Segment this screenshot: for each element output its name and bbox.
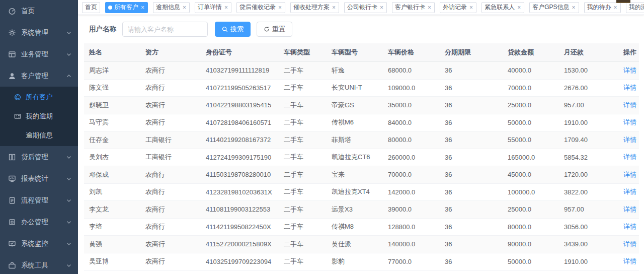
close-icon[interactable]: × (182, 5, 187, 11)
cell-vehicle-price: 128800.0 (383, 218, 440, 236)
tab-collection-records[interactable]: 贷后催收记录× (236, 2, 285, 13)
cell-name: 马守宾 (84, 114, 140, 131)
tab-company-bankcard[interactable]: 公司银行卡× (344, 2, 387, 13)
cell-vehicle-model: 凯迪拉克XT4 (327, 183, 383, 201)
detail-link[interactable]: 详情 (623, 240, 636, 248)
detail-link[interactable]: 详情 (623, 188, 636, 195)
tab-label: 贷后催收记录 (239, 3, 276, 12)
close-icon[interactable]: × (224, 5, 228, 11)
detail-link[interactable]: 详情 (623, 118, 636, 126)
close-icon[interactable]: × (278, 5, 282, 11)
cell-installments: 36 (440, 114, 503, 131)
close-icon[interactable]: × (140, 5, 145, 11)
cell-installments: 36 (440, 97, 503, 114)
sidebar-item-postloan-mgmt[interactable]: 贷后管理 (0, 146, 78, 168)
detail-link[interactable]: 详情 (623, 136, 636, 144)
tab-my-todo[interactable]: 我的待办× (584, 2, 621, 13)
sidebar-item-system-tools[interactable]: 系统工具 (0, 254, 78, 274)
tab-order-detail[interactable]: 订单详情× (195, 2, 231, 13)
sidebar-item-all-customers[interactable]: 所有客户 (0, 88, 78, 107)
cell-id-number: 41232819810203631X (201, 183, 279, 201)
cell-id-number: 410728198406160571 (201, 114, 279, 131)
detail-link[interactable]: 详情 (623, 206, 636, 213)
sidebar-item-label: 业务管理 (21, 50, 66, 59)
detail-link[interactable]: 详情 (623, 171, 636, 178)
cell-id-number: 412724199309175190 (201, 149, 279, 166)
close-icon[interactable]: × (332, 5, 336, 11)
cell-funder: 农商行 (140, 166, 201, 184)
sidebar-item-label: 系统工具 (21, 261, 66, 270)
col-name: 姓名 (84, 43, 140, 62)
cell-funder: 农商行 (140, 236, 201, 253)
gear-icon (8, 29, 16, 37)
sidebar-item-system-monitor[interactable]: 系统监控 (0, 233, 78, 254)
cell-vehicle-price: 80000.0 (383, 131, 440, 149)
tab-overdue-info[interactable]: 逾期信息× (153, 2, 190, 13)
close-icon[interactable]: × (571, 5, 576, 11)
sidebar-item-office-mgmt[interactable]: 办公管理 (0, 211, 78, 233)
sidebar-item-business-mgmt[interactable]: 业务管理 (0, 43, 78, 65)
chevron-down-icon (66, 219, 72, 225)
col-id-number: 身份证号 (201, 43, 279, 62)
cell-vehicle-price: 84000.0 (383, 114, 440, 131)
cell-monthly-payment: 1709.40 (559, 131, 618, 149)
sidebar-item-report-stats[interactable]: 报表统计 (0, 168, 78, 189)
cell-installments: 36 (440, 201, 503, 219)
sidebar-item-customer-mgmt[interactable]: 客户管理 (0, 65, 78, 87)
cell-loan-amount: 165000.0 (503, 149, 559, 166)
cell-monthly-payment: 1720.00 (559, 166, 618, 184)
user-icon (8, 72, 16, 80)
cell-vehicle-model: 影豹 (327, 253, 383, 270)
sidebar-item-label: 办公管理 (21, 218, 66, 227)
detail-link[interactable]: 详情 (623, 153, 636, 161)
cell-vehicle-price: 109000.0 (383, 79, 440, 97)
sidebar-item-my-overdue[interactable]: 我的逾期 (0, 107, 78, 126)
tab-label: 客户银行卡 (395, 3, 425, 12)
close-icon[interactable]: × (379, 5, 384, 11)
flow-icon (8, 196, 16, 204)
sidebar-item-label: 报表统计 (21, 174, 66, 183)
sidebar-item-home[interactable]: 首页 (0, 0, 78, 22)
search-button-label: 搜索 (230, 25, 244, 34)
sidebar-item-overdue-info[interactable]: 逾期信息 (0, 126, 78, 145)
table-row: 吴亚博 农商行 410325199709223094 二手车 影豹 77000.… (84, 253, 639, 270)
detail-link[interactable]: 详情 (623, 223, 636, 230)
col-funder: 资方 (140, 43, 201, 62)
tab-all-customers[interactable]: 所有客户× (105, 2, 148, 13)
close-icon[interactable]: × (613, 5, 618, 11)
table-header: 姓名 资方 身份证号 车辆类型 车辆型号 车辆价格 分期期限 贷款金额 月还款 … (84, 43, 639, 62)
tab-collection-plan[interactable]: 催收处理方案× (290, 2, 339, 13)
reset-button[interactable]: 重置 (257, 22, 292, 37)
cell-vehicle-type: 二手车 (279, 201, 327, 219)
table-row: 赵晓卫 农商行 410422198803195415 二手车 帝豪GS 3500… (84, 97, 639, 114)
close-icon[interactable]: × (427, 5, 432, 11)
sidebar-item-label: 流程管理 (21, 196, 66, 205)
customers-table: 姓名 资方 身份证号 车辆类型 车辆型号 车辆价格 分期期限 贷款金额 月还款 … (84, 43, 639, 274)
monitor-icon (8, 240, 16, 248)
detail-link[interactable]: 详情 (623, 257, 636, 265)
detail-link[interactable]: 详情 (623, 66, 636, 74)
sidebar-item-process-mgmt[interactable]: 流程管理 (0, 189, 78, 211)
customer-mgmt-submenu: 所有客户 我的逾期 逾期信息 (0, 87, 78, 146)
cell-vehicle-type: 二手车 (279, 166, 327, 184)
cell-loan-amount: 40000.0 (503, 62, 559, 80)
cell-monthly-payment: 2676.00 (559, 79, 618, 97)
sidebar-item-system-mgmt[interactable]: 系统管理 (0, 22, 78, 43)
tab-home[interactable]: 首页× (82, 2, 100, 13)
search-button[interactable]: 搜索 (215, 22, 251, 37)
customer-name-input[interactable] (122, 22, 208, 37)
cell-name: 周志洋 (84, 62, 140, 80)
close-icon[interactable]: × (469, 5, 473, 11)
tab-visit-records[interactable]: 外访记录× (440, 2, 476, 13)
columns-icon (8, 153, 16, 161)
tab-emergency-contacts[interactable]: 紧急联系人× (481, 2, 524, 13)
open-tabs-bar: 首页× 所有客户× 逾期信息× 订单详情× 贷后催收记录× 催收处理方案× 公司… (78, 0, 644, 15)
detail-link[interactable]: 详情 (623, 101, 636, 109)
tab-my-process[interactable]: 我的流程× (626, 2, 644, 13)
tab-customer-gps[interactable]: 客户GPS信息× (529, 2, 579, 13)
tab-customer-bankcard[interactable]: 客户银行卡× (392, 2, 435, 13)
detail-link[interactable]: 详情 (623, 84, 636, 91)
close-icon[interactable]: × (517, 5, 521, 11)
cell-funder: 农商行 (140, 62, 201, 80)
tab-label: 订单详情 (198, 3, 222, 12)
